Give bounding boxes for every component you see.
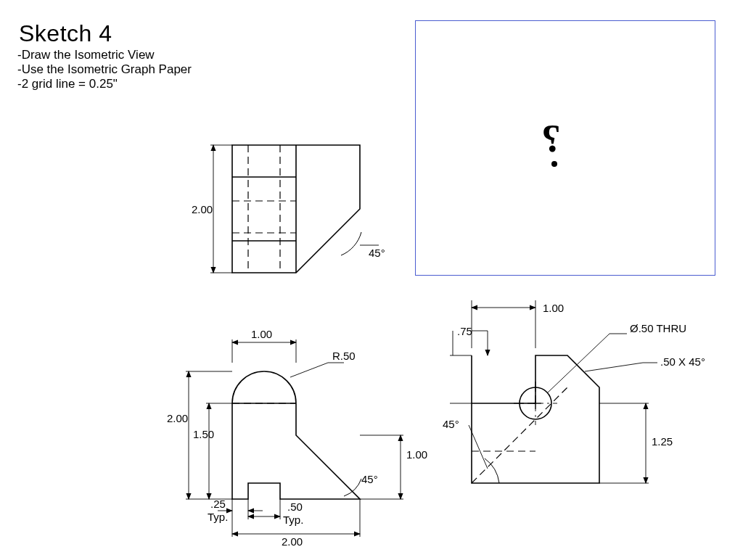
page-title: Sketch 4 [19, 20, 112, 47]
svg-line-16 [290, 363, 328, 377]
dim-front-2: 2.00 [167, 412, 188, 424]
dim-right-75: .75 [457, 325, 472, 337]
dim-front-50: .50 [287, 501, 303, 513]
dim-right-hole: Ø.50 THRU [630, 322, 686, 334]
dim-right-chamfer: .50 X 45° [660, 355, 705, 368]
top-view: 2.00 45° [181, 138, 414, 297]
question-mark-dot-icon [551, 161, 557, 167]
page: Sketch 4 -Draw the Isometric View -Use t… [0, 0, 743, 560]
dim-right-angle: 45° [443, 418, 459, 430]
front-view: 1.00 R.50 2.00 1.50 1.00 45° .25 Typ. [167, 318, 428, 550]
instruction-line: -2 grid line = 0.25" [17, 77, 118, 91]
dim-front-25: .25 [210, 498, 226, 510]
dim-top-angle: 45° [369, 247, 385, 259]
dim-front-150: 1.50 [193, 428, 214, 440]
question-mark-icon: ? [541, 116, 561, 161]
right-view: 1.00 .75 Ø.50 THRU .50 X 45° 45° 1.25 [443, 290, 733, 537]
dim-front-200: 2.00 [282, 535, 303, 548]
instruction-line: -Use the Isometric Graph Paper [17, 62, 192, 77]
dim-front-radius: R.50 [332, 350, 356, 362]
instruction-line: -Draw the Isometric View [17, 48, 155, 62]
dim-right-125: 1.25 [652, 435, 673, 448]
dim-front-1: 1.00 [251, 328, 272, 340]
dim-right-100: 1.00 [543, 302, 564, 314]
dim-front-typ1: Typ. [208, 511, 228, 523]
dim-top-height: 2.00 [192, 203, 213, 215]
isometric-placeholder-box [415, 20, 715, 276]
svg-rect-34 [443, 290, 733, 537]
dim-front-100: 1.00 [406, 448, 427, 461]
dim-front-typ2: Typ. [283, 514, 303, 526]
dim-front-angle: 45° [361, 473, 378, 485]
